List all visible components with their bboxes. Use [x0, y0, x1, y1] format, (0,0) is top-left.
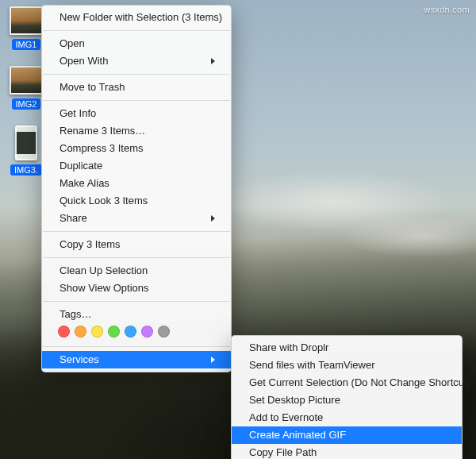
watermark-text: wsxdn.com	[424, 5, 470, 14]
menu-separator	[43, 231, 230, 232]
file-label: IMG2	[12, 98, 41, 110]
menu-make-alias[interactable]: Make Alias	[42, 175, 231, 192]
tag-blue-icon[interactable]	[125, 326, 136, 338]
menu-item-label: Add to Evernote	[249, 411, 323, 425]
file-label: IMG3.	[10, 164, 42, 176]
chevron-right-icon	[211, 357, 215, 363]
desktop-file-img2[interactable]: IMG2	[8, 66, 44, 110]
menu-item-label: Send files with TeamViewer	[249, 358, 375, 372]
menu-item-label: Compress 3 Items	[60, 141, 143, 156]
menu-tags-row	[42, 323, 231, 342]
file-label: IMG1	[12, 39, 41, 50]
menu-new-folder-selection[interactable]: New Folder with Selection (3 Items)	[42, 9, 231, 26]
menu-item-label: Get Info	[60, 106, 96, 121]
desktop-file-img3[interactable]: IMG3.	[8, 125, 44, 176]
menu-rename[interactable]: Rename 3 Items…	[42, 122, 231, 140]
menu-item-label: New Folder with Selection (3 Items)	[60, 10, 222, 25]
services-add-evernote[interactable]: Add to Evernote	[232, 409, 462, 426]
tag-red-icon[interactable]	[58, 326, 70, 338]
services-set-desktop-picture[interactable]: Set Desktop Picture	[232, 392, 462, 409]
menu-open-with[interactable]: Open With	[42, 52, 231, 70]
menu-move-to-trash[interactable]: Move to Trash	[42, 79, 231, 96]
menu-item-label: Copy File Path	[249, 446, 317, 459]
tag-purple-icon[interactable]	[141, 326, 153, 338]
menu-quick-look[interactable]: Quick Look 3 Items	[42, 192, 231, 210]
menu-separator	[43, 30, 230, 31]
tag-orange-icon[interactable]	[75, 326, 86, 338]
menu-item-label: Duplicate	[60, 159, 102, 173]
menu-item-label: Share	[60, 211, 87, 226]
menu-item-label: Set Desktop Picture	[249, 393, 340, 407]
menu-show-view-options[interactable]: Show View Options	[42, 280, 231, 297]
tag-yellow-icon[interactable]	[91, 326, 103, 338]
menu-item-label: Rename 3 Items…	[60, 124, 145, 138]
menu-services[interactable]: Services	[42, 351, 231, 368]
thumbnail-icon	[15, 125, 37, 160]
menu-separator	[43, 100, 230, 101]
menu-item-label: Clean Up Selection	[60, 264, 148, 278]
menu-duplicate[interactable]: Duplicate	[42, 157, 231, 175]
services-copy-file-path[interactable]: Copy File Path	[232, 444, 462, 459]
menu-item-label: Get Current Selection (Do Not Change Sho…	[249, 376, 470, 390]
services-send-teamviewer[interactable]: Send files with TeamViewer	[232, 357, 462, 374]
menu-item-label: Show View Options	[60, 281, 149, 295]
menu-clean-up-selection[interactable]: Clean Up Selection	[42, 262, 231, 280]
menu-open[interactable]: Open	[42, 35, 231, 52]
menu-item-label: Move to Trash	[60, 80, 125, 94]
menu-item-label: Quick Look 3 Items	[60, 194, 148, 208]
thumbnail-icon	[10, 6, 43, 35]
chevron-right-icon	[211, 215, 215, 222]
services-get-current-selection[interactable]: Get Current Selection (Do Not Change Sho…	[232, 374, 462, 392]
menu-item-label: Create Animated GIF	[249, 428, 346, 442]
menu-get-info[interactable]: Get Info	[42, 105, 231, 122]
menu-item-label: Open	[60, 37, 85, 51]
menu-copy[interactable]: Copy 3 Items	[42, 236, 231, 253]
services-create-animated-gif[interactable]: Create Animated GIF	[232, 426, 462, 444]
menu-item-label: Services	[60, 353, 99, 367]
menu-item-label: Tags…	[60, 307, 91, 322]
menu-item-label: Copy 3 Items	[60, 237, 121, 252]
menu-item-label: Make Alias	[60, 176, 109, 191]
menu-item-label: Share with Droplr	[249, 341, 328, 355]
menu-compress[interactable]: Compress 3 Items	[42, 140, 231, 157]
menu-separator	[43, 346, 230, 347]
menu-tags-label: Tags…	[42, 306, 231, 323]
tag-gray-icon[interactable]	[158, 326, 170, 338]
menu-separator	[43, 74, 230, 75]
menu-share[interactable]: Share	[42, 210, 231, 227]
tag-green-icon[interactable]	[108, 326, 120, 338]
desktop-file-img1[interactable]: IMG1	[8, 6, 44, 50]
menu-separator	[43, 301, 230, 302]
services-submenu: Share with Droplr Send files with TeamVi…	[231, 335, 463, 459]
thumbnail-icon	[10, 66, 43, 94]
menu-item-label: Open With	[60, 54, 108, 68]
chevron-right-icon	[211, 58, 215, 64]
services-share-droplr[interactable]: Share with Droplr	[232, 339, 462, 357]
menu-separator	[43, 257, 230, 258]
context-menu: New Folder with Selection (3 Items) Open…	[41, 5, 232, 372]
